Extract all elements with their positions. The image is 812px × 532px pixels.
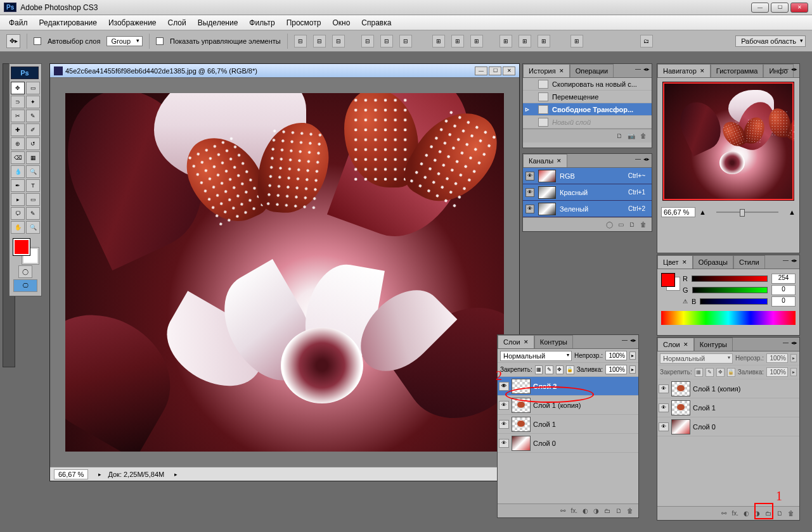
shape-tool[interactable]: ▭ bbox=[26, 193, 40, 206]
hand-tool[interactable]: ✋ bbox=[11, 221, 25, 234]
align-icon[interactable]: ⊟ bbox=[399, 35, 412, 48]
align-icon[interactable]: ⊟ bbox=[361, 35, 374, 48]
lock-all-icon[interactable]: 🔒 bbox=[566, 365, 574, 374]
menu-image[interactable]: Изображение bbox=[103, 17, 162, 28]
tab-layers[interactable]: Слои✕ bbox=[657, 338, 694, 351]
layer-thumbnail[interactable] bbox=[512, 436, 531, 451]
group-icon[interactable]: 🗀 bbox=[765, 510, 771, 517]
visibility-icon[interactable]: 👁 bbox=[659, 384, 669, 393]
lock-transparency-icon[interactable]: ▦ bbox=[695, 368, 703, 377]
history-brush-tool[interactable]: ↺ bbox=[26, 137, 40, 150]
history-item[interactable]: Перемещение bbox=[523, 91, 652, 103]
transform-controls-checkbox[interactable] bbox=[156, 37, 164, 45]
path-tool[interactable]: ▸ bbox=[11, 193, 25, 206]
lock-move-icon[interactable]: ✥ bbox=[556, 365, 564, 374]
zoom-out-icon[interactable]: ▲ bbox=[699, 208, 706, 216]
tab-color[interactable]: Цвет✕ bbox=[657, 255, 693, 269]
navigator-view-box[interactable] bbox=[663, 82, 794, 200]
trash-icon[interactable]: 🗑 bbox=[640, 132, 647, 139]
workspace-select[interactable]: Рабочая область bbox=[735, 35, 806, 47]
history-item[interactable]: Скопировать на новый с... bbox=[523, 78, 652, 91]
create-document-icon[interactable]: 🗋 bbox=[616, 132, 622, 139]
panel-close-icon[interactable]: ◂▸ bbox=[791, 66, 797, 72]
canvas[interactable] bbox=[50, 78, 519, 467]
snapshot-icon[interactable]: 📷 bbox=[628, 132, 635, 139]
fill-flyout-icon[interactable]: ▸ bbox=[629, 365, 636, 374]
docinfo-flyout-icon[interactable]: ▸ bbox=[174, 471, 177, 478]
eyedropper-tool[interactable]: ✎ bbox=[26, 207, 40, 220]
tab-history[interactable]: История✕ bbox=[523, 64, 570, 77]
panel-close-icon[interactable]: ◂▸ bbox=[643, 66, 650, 72]
doc-maximize-button[interactable]: ☐ bbox=[489, 66, 501, 75]
tab-paths[interactable]: Контуры bbox=[534, 335, 573, 348]
channel-rgb[interactable]: 👁RGBCtrl+~ bbox=[523, 168, 652, 184]
fill-flyout-icon[interactable]: ▸ bbox=[790, 368, 797, 376]
blur-tool[interactable]: 💧 bbox=[11, 165, 25, 178]
trash-icon[interactable]: 🗑 bbox=[640, 221, 647, 228]
layer-style-icon[interactable]: fx. bbox=[731, 510, 738, 517]
marquee-tool[interactable]: ▭ bbox=[26, 82, 40, 94]
distribute-icon[interactable]: ⊞ bbox=[432, 35, 445, 48]
new-layer-icon[interactable]: 🗋 bbox=[777, 510, 783, 517]
group-icon[interactable]: 🗀 bbox=[604, 507, 610, 514]
panel-close-icon[interactable]: ◂▸ bbox=[630, 337, 636, 343]
slice-tool[interactable]: ✎ bbox=[26, 110, 40, 122]
g-value[interactable]: 0 bbox=[771, 285, 796, 295]
color-picker[interactable] bbox=[11, 238, 40, 263]
align-icon[interactable]: ⊟ bbox=[332, 35, 345, 48]
stamp-tool[interactable]: ⊛ bbox=[11, 137, 25, 150]
save-selection-icon[interactable]: ▭ bbox=[618, 221, 624, 228]
layer-mask-icon[interactable]: ◐ bbox=[744, 510, 749, 517]
zoom-slider[interactable] bbox=[710, 209, 785, 215]
blend-mode-select[interactable]: Нормальный bbox=[660, 353, 733, 364]
minimize-button[interactable]: — bbox=[751, 3, 769, 13]
panel-close-icon[interactable]: ◂▸ bbox=[791, 339, 797, 346]
close-button[interactable]: ✕ bbox=[790, 3, 808, 13]
new-channel-icon[interactable]: 🗋 bbox=[629, 221, 635, 228]
active-tool-icon[interactable]: ✥▸ bbox=[6, 34, 20, 48]
adjustment-layer-icon[interactable]: ◑ bbox=[754, 510, 760, 517]
adjustment-layer-icon[interactable]: ◑ bbox=[593, 507, 599, 514]
align-icon[interactable]: ⊟ bbox=[380, 35, 393, 48]
visibility-icon[interactable]: 👁 bbox=[525, 205, 534, 213]
auto-select-checkbox[interactable] bbox=[34, 37, 41, 45]
lock-all-icon[interactable]: 🔒 bbox=[727, 368, 735, 377]
gradient-tool[interactable]: ▦ bbox=[26, 151, 40, 164]
tab-layers[interactable]: Слои✕ bbox=[498, 335, 534, 348]
screenmode-toggle[interactable]: 🖵 bbox=[13, 279, 37, 292]
layer-thumbnail[interactable] bbox=[671, 381, 690, 396]
tab-channels[interactable]: Каналы✕ bbox=[523, 154, 567, 167]
layer-item[interactable]: 👁Слой 1 bbox=[657, 398, 799, 417]
brush-tool[interactable]: ✐ bbox=[26, 124, 40, 136]
menu-filter[interactable]: Фильтр bbox=[244, 17, 280, 28]
visibility-icon[interactable]: 👁 bbox=[499, 439, 509, 448]
lock-move-icon[interactable]: ✥ bbox=[716, 368, 725, 377]
lasso-tool[interactable]: ⊃ bbox=[11, 96, 25, 108]
zoom-tool[interactable]: 🔍 bbox=[26, 221, 40, 234]
link-layers-icon[interactable]: ⚯ bbox=[721, 510, 726, 517]
heal-tool[interactable]: ✚ bbox=[11, 124, 25, 136]
panel-close-icon[interactable]: ◂▸ bbox=[791, 257, 797, 263]
panel-minimize-icon[interactable]: — bbox=[622, 337, 628, 343]
trash-icon[interactable]: 🗑 bbox=[627, 507, 633, 514]
goto-bridge-icon[interactable]: 🗂 bbox=[640, 35, 653, 48]
spectrum-ramp[interactable] bbox=[661, 311, 796, 325]
quickmask-toggle[interactable]: ◯ bbox=[18, 265, 32, 278]
opacity-flyout-icon[interactable]: ▸ bbox=[790, 354, 797, 362]
pen-tool[interactable]: ✒ bbox=[11, 179, 25, 192]
navigator-thumbnail[interactable] bbox=[662, 82, 794, 201]
visibility-icon[interactable]: 👁 bbox=[499, 401, 509, 410]
menu-edit[interactable]: Редактирование bbox=[34, 17, 102, 28]
zoom-in-icon[interactable]: ▲ bbox=[789, 208, 796, 216]
b-slider[interactable] bbox=[700, 298, 768, 305]
layer-item[interactable]: 👁Слой 1 (копия) bbox=[498, 396, 638, 415]
history-item[interactable]: Новый слой bbox=[523, 116, 652, 129]
link-layers-icon[interactable]: ⚯ bbox=[560, 507, 565, 514]
opacity-input[interactable] bbox=[766, 353, 788, 363]
document-titlebar[interactable]: 45e2c6ea41455f6f98eb6d4402de1385.jpg @ 6… bbox=[50, 64, 519, 78]
foreground-color[interactable] bbox=[13, 239, 30, 255]
g-slider[interactable] bbox=[692, 287, 768, 293]
lock-transparency-icon[interactable]: ▦ bbox=[535, 365, 543, 374]
b-value[interactable]: 0 bbox=[771, 296, 796, 307]
panel-minimize-icon[interactable]: — bbox=[783, 257, 789, 263]
